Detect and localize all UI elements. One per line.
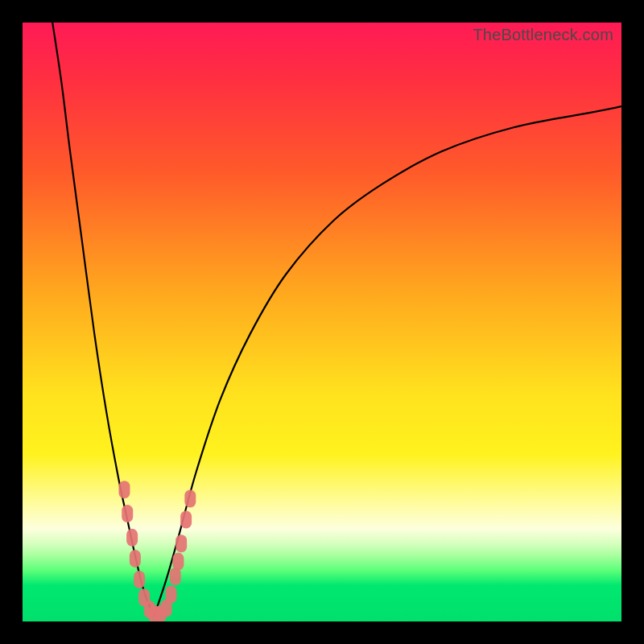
data-marker bbox=[126, 529, 138, 547]
data-marker bbox=[184, 489, 196, 507]
chart-frame: TheBottleneck.com bbox=[0, 0, 644, 644]
plot-area: TheBottleneck.com bbox=[23, 23, 621, 621]
data-markers bbox=[23, 23, 621, 621]
data-marker bbox=[166, 586, 177, 604]
data-marker bbox=[180, 511, 192, 529]
watermark-text: TheBottleneck.com bbox=[473, 26, 613, 44]
marker-group bbox=[118, 481, 196, 621]
data-marker bbox=[170, 568, 181, 585]
data-marker bbox=[134, 571, 145, 588]
data-marker bbox=[130, 550, 141, 568]
data-marker bbox=[122, 505, 133, 522]
data-marker bbox=[175, 535, 187, 552]
data-marker bbox=[118, 481, 130, 498]
data-marker bbox=[172, 553, 184, 571]
